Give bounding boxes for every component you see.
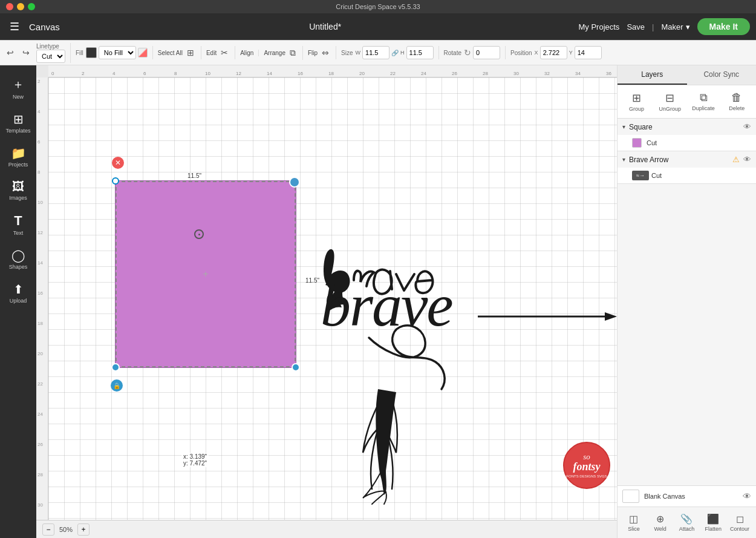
square-color-swatch	[632, 138, 642, 148]
size-inputs: W 🔗 H	[356, 46, 434, 59]
width-input[interactable]	[362, 46, 389, 59]
brave-arrow-item-label: Cut	[651, 172, 662, 179]
layer-group-brave-arrow-header[interactable]: ▾ Brave Arrow ⚠ 👁	[618, 151, 756, 168]
fill-selector[interactable]: No Fill	[86, 46, 148, 59]
x-position-input[interactable]	[540, 46, 567, 59]
main-area: ＋ New ⊞ Templates 📁 Projects 🖼 Images T …	[0, 65, 756, 538]
sidebar-item-text[interactable]: T Text	[2, 208, 34, 241]
delete-icon: 🗑	[731, 91, 742, 104]
sidebar-item-upload[interactable]: ⬆ Upload	[2, 277, 34, 309]
close-handle-button[interactable]: ✕	[112, 157, 124, 169]
sidebar-item-images[interactable]: 🖼 Images	[2, 175, 34, 206]
tab-layers[interactable]: Layers	[618, 65, 687, 85]
make-it-button[interactable]: Make It	[697, 18, 750, 35]
tab-color-sync[interactable]: Color Sync	[687, 65, 757, 85]
height-input[interactable]	[406, 46, 434, 59]
ruler-left-28: 28	[37, 472, 43, 477]
svg-marker-1	[605, 312, 617, 321]
layer-group-square: ▾ Square 👁 Cut	[618, 119, 756, 151]
flip-button[interactable]: ⇔	[320, 46, 331, 59]
ruler-left-8: 8	[37, 169, 40, 175]
align-group: Align	[240, 50, 259, 56]
canvas-area[interactable]: 0 2 4 6 8 10 12 14 16 18 20 22 24 26 28 …	[36, 65, 617, 538]
redo-button[interactable]: ↪	[21, 46, 31, 59]
ruler-top: 0 2 4 6 8 10 12 14 16 18 20 22 24 26 28 …	[48, 65, 617, 77]
position-group: Position X Y	[510, 46, 607, 59]
handle-top-left[interactable]	[112, 177, 119, 185]
arrange-button[interactable]: ⧉	[288, 46, 298, 60]
sidebar-item-projects[interactable]: 📁 Projects	[2, 141, 34, 172]
blank-canvas-visibility-icon[interactable]: 👁	[743, 491, 751, 501]
weld-icon: ⊕	[656, 513, 664, 525]
coordinates-label: x: 3.139" y: 7.472"	[181, 453, 209, 467]
group-button[interactable]: ⊞ Group	[621, 89, 652, 114]
fill-select[interactable]: No Fill	[99, 46, 136, 59]
size-group: Size W 🔗 H	[341, 46, 438, 59]
minimize-button[interactable]	[17, 3, 24, 10]
sidebar-item-shapes[interactable]: ◯ Shapes	[2, 243, 34, 275]
text-icon: T	[14, 213, 22, 229]
rotate-group: Rotate ↻	[444, 46, 506, 59]
maximize-button[interactable]	[28, 3, 35, 10]
hamburger-menu[interactable]: ☰	[6, 18, 23, 36]
edit-group: Edit ✂	[206, 46, 235, 59]
zoom-in-button[interactable]: +	[77, 523, 90, 536]
ruler-num-18: 18	[328, 71, 334, 76]
flatten-button[interactable]: ⬛ Flatten	[700, 511, 726, 534]
brave-arrow-visibility-icon[interactable]: 👁	[743, 155, 751, 164]
purple-square-element[interactable]: + ✕ 🔒	[115, 180, 296, 368]
titlebar: Cricut Design Space v5.5.33	[0, 0, 756, 13]
y-position-input[interactable]	[575, 46, 602, 59]
brave-arrow-cut-item[interactable]: ≈→ Cut	[618, 168, 756, 183]
handle-top-right-rotate[interactable]	[289, 177, 300, 188]
ruler-num-20: 20	[359, 71, 365, 76]
right-panel: Layers Color Sync ⊞ Group ⊟ UnGroup ⧉ Du…	[617, 65, 756, 538]
handle-bottom-left[interactable]	[111, 363, 120, 372]
linetype-select[interactable]: Cut	[36, 50, 65, 63]
canvas-grid[interactable]: 11.5" 11.5" + ✕	[48, 77, 617, 520]
close-button[interactable]	[6, 3, 13, 10]
left-sidebar: ＋ New ⊞ Templates 📁 Projects 🖼 Images T …	[0, 65, 36, 538]
lock-handle-button[interactable]: 🔒	[111, 379, 123, 392]
zoom-out-button[interactable]: −	[42, 523, 54, 536]
dimension-top-label: 11.5"	[187, 172, 201, 179]
square-cut-item[interactable]: Cut	[618, 135, 756, 151]
duplicate-icon: ⧉	[700, 91, 708, 104]
square-visibility-icon[interactable]: 👁	[743, 122, 751, 131]
layer-group-square-header[interactable]: ▾ Square 👁	[618, 119, 756, 135]
x-coord: x: 3.139"	[183, 453, 207, 460]
panel-tabs: Layers Color Sync	[618, 65, 756, 85]
maker-button[interactable]: Maker ▾	[661, 22, 689, 31]
blank-canvas-panel: Blank Canvas 👁	[618, 485, 756, 507]
delete-button[interactable]: 🗑 Delete	[722, 89, 752, 114]
fill-color-picker[interactable]	[138, 48, 148, 57]
weld-button[interactable]: ⊕ Weld	[648, 511, 673, 534]
ungroup-button[interactable]: ⊟ UnGroup	[654, 89, 685, 114]
slice-icon: ◫	[629, 513, 638, 525]
ruler-num-16: 16	[298, 71, 303, 76]
sidebar-item-new[interactable]: ＋ New	[2, 71, 34, 105]
svg-text:brave: brave	[321, 272, 452, 339]
ruler-num-22: 22	[390, 71, 396, 76]
edit-button[interactable]: ✂	[219, 46, 230, 59]
duplicate-button[interactable]: ⧉ Duplicate	[688, 89, 719, 114]
linetype-label-text: Linetype Cut	[36, 43, 65, 63]
slice-button[interactable]: ◫ Slice	[621, 511, 647, 534]
sidebar-label-shapes: Shapes	[9, 264, 28, 270]
save-button[interactable]: Save	[627, 22, 645, 31]
ungroup-icon: ⊟	[665, 91, 674, 105]
svg-text:FONTS DESIGNS SVGS: FONTS DESIGNS SVGS	[566, 474, 607, 478]
undo-button[interactable]: ↩	[5, 46, 16, 59]
sidebar-item-templates[interactable]: ⊞ Templates	[2, 107, 34, 139]
window-title: Cricut Design Space v5.5.33	[336, 3, 420, 10]
divider: |	[652, 22, 654, 31]
contour-button[interactable]: ◻ Contour	[727, 511, 752, 534]
select-all-button[interactable]: ⊞	[185, 46, 196, 59]
canvas-bottom-bar: − 50% +	[36, 520, 617, 538]
attach-button[interactable]: 📎 Attach	[674, 511, 700, 534]
toolbar: ↩ ↪ Linetype Cut Fill No Fill Select All…	[0, 40, 756, 65]
brave-arrow-group-name: Brave Arrow	[629, 156, 729, 164]
sidebar-label-upload: Upload	[10, 298, 27, 304]
rotate-input[interactable]	[473, 46, 500, 59]
my-projects-button[interactable]: My Projects	[578, 22, 619, 31]
